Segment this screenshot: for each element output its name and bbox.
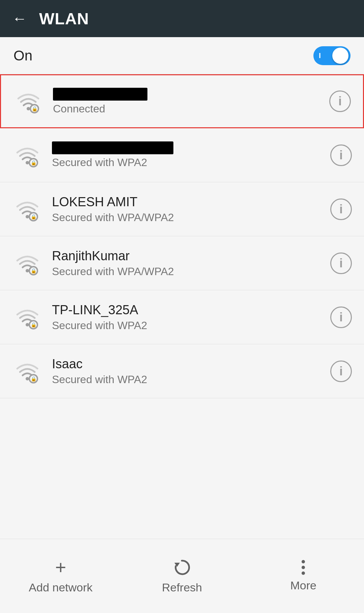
more-label: More xyxy=(290,579,316,592)
svg-point-3 xyxy=(26,161,29,164)
wifi-icon-ranjith: 🔒 xyxy=(12,248,43,278)
svg-point-12 xyxy=(26,323,29,326)
more-icon xyxy=(302,560,305,575)
network-tplink-info-button[interactable]: i xyxy=(330,306,352,328)
connected-network-text: Connected xyxy=(53,88,320,115)
wifi-toggle-label: On xyxy=(13,48,32,64)
add-network-button[interactable]: + Add network xyxy=(27,558,94,594)
svg-text:🔒: 🔒 xyxy=(31,268,37,274)
back-button[interactable]: ← xyxy=(12,11,27,26)
connected-network-status: Connected xyxy=(53,103,320,115)
network-item-tplink[interactable]: 🔒 TP-LINK_325A Secured with WPA2 i xyxy=(0,290,364,344)
network-isaac-status: Secured with WPA2 xyxy=(52,373,321,386)
svg-text:🔒: 🔒 xyxy=(31,160,37,166)
network-lokesh-name: LOKESH AMIT xyxy=(52,195,321,209)
wifi-toggle-row: On I xyxy=(0,37,364,74)
network-tplink-text: TP-LINK_325A Secured with WPA2 xyxy=(52,303,321,332)
wifi-icon-lokesh: 🔒 xyxy=(12,194,43,224)
more-button[interactable]: More xyxy=(270,560,337,592)
network-tplink-status: Secured with WPA2 xyxy=(52,319,321,332)
network-2-name-redacted xyxy=(52,141,173,154)
bottom-bar: + Add network Refresh More xyxy=(0,539,364,613)
refresh-icon xyxy=(172,558,191,577)
network-item-isaac[interactable]: 🔒 Isaac Secured with WPA2 i xyxy=(0,344,364,398)
network-list: 🔒 Connected i 🔒 Secured with xyxy=(0,74,364,539)
network-lokesh-text: LOKESH AMIT Secured with WPA/WPA2 xyxy=(52,195,321,224)
network-isaac-info-button[interactable]: i xyxy=(330,361,352,382)
wifi-icon-connected: 🔒 xyxy=(13,86,44,116)
svg-point-15 xyxy=(26,377,29,380)
svg-point-9 xyxy=(26,269,29,272)
refresh-label: Refresh xyxy=(162,581,202,594)
add-network-label: Add network xyxy=(29,581,92,594)
svg-text:🔒: 🔒 xyxy=(31,214,37,220)
connected-network-info-button[interactable]: i xyxy=(329,90,351,112)
wifi-icon-tplink: 🔒 xyxy=(12,302,43,332)
page-title: WLAN xyxy=(39,9,89,28)
network-item-connected[interactable]: 🔒 Connected i xyxy=(0,74,364,128)
add-network-icon: + xyxy=(55,558,66,577)
connected-network-name-redacted xyxy=(53,88,147,101)
network-2-info-button[interactable]: i xyxy=(330,144,352,166)
network-2-status: Secured with WPA2 xyxy=(52,156,321,169)
wifi-icon-isaac: 🔒 xyxy=(12,356,43,387)
wifi-icon-2: 🔒 xyxy=(12,140,43,170)
refresh-button[interactable]: Refresh xyxy=(148,558,216,594)
header: ← WLAN xyxy=(0,0,364,37)
network-item-ranjith[interactable]: 🔒 RanjithKumar Secured with WPA/WPA2 i xyxy=(0,236,364,290)
svg-text:🔒: 🔒 xyxy=(32,106,38,112)
network-tplink-name: TP-LINK_325A xyxy=(52,303,321,317)
svg-text:🔒: 🔒 xyxy=(31,322,37,328)
svg-point-0 xyxy=(27,107,30,110)
network-lokesh-info-button[interactable]: i xyxy=(330,198,352,220)
network-2-text: Secured with WPA2 xyxy=(52,141,321,169)
network-ranjith-status: Secured with WPA/WPA2 xyxy=(52,265,321,278)
svg-point-6 xyxy=(26,215,29,218)
network-ranjith-info-button[interactable]: i xyxy=(330,252,352,274)
network-item-2[interactable]: 🔒 Secured with WPA2 i xyxy=(0,128,364,182)
network-lokesh-status: Secured with WPA/WPA2 xyxy=(52,211,321,224)
toggle-indicator: I xyxy=(319,51,321,60)
network-isaac-name: Isaac xyxy=(52,357,321,371)
network-ranjith-text: RanjithKumar Secured with WPA/WPA2 xyxy=(52,249,321,278)
svg-text:🔒: 🔒 xyxy=(31,376,37,382)
network-item-lokesh[interactable]: 🔒 LOKESH AMIT Secured with WPA/WPA2 i xyxy=(0,182,364,236)
network-isaac-text: Isaac Secured with WPA2 xyxy=(52,357,321,386)
wifi-toggle-switch[interactable]: I xyxy=(313,46,351,65)
network-ranjith-name: RanjithKumar xyxy=(52,249,321,263)
